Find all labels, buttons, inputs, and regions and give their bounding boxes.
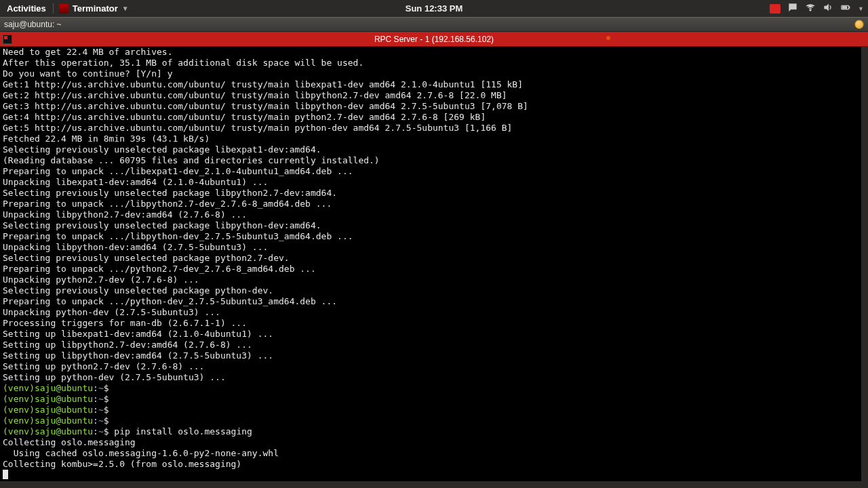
terminator-tab-bar[interactable]: RPC Server - 1 (192.168.56.102): [0, 32, 868, 47]
terminal-tab-title: RPC Server - 1 (192.168.56.102): [374, 35, 494, 44]
gnome-topbar: Activities Terminator ▼ Sun 12:33 PM ▼: [0, 0, 868, 17]
window-titlebar[interactable]: saju@ubuntu: ~: [0, 17, 868, 32]
terminator-split-icon[interactable]: [3, 35, 12, 44]
app-name-label: Terminator: [73, 3, 118, 14]
activities-button[interactable]: Activities: [0, 3, 53, 14]
wifi-icon[interactable]: [805, 2, 816, 15]
svg-rect-3: [842, 7, 847, 9]
terminal-output[interactable]: Need to get 22.4 MB of archives. After t…: [0, 47, 868, 488]
volume-icon[interactable]: [823, 2, 833, 15]
svg-point-0: [810, 9, 811, 11]
system-tray: ▼: [770, 2, 868, 15]
battery-icon[interactable]: [840, 2, 851, 15]
app-menu[interactable]: Terminator ▼: [53, 3, 134, 14]
window-title: saju@ubuntu: ~: [4, 20, 62, 29]
clock-label[interactable]: Sun 12:33 PM: [406, 3, 463, 14]
chat-icon[interactable]: [787, 2, 798, 15]
svg-rect-2: [849, 7, 850, 9]
chevron-down-icon: ▼: [122, 5, 129, 12]
terminator-app-icon: [59, 4, 68, 14]
activity-indicator-icon: [606, 36, 610, 40]
terminal-cursor: [3, 470, 8, 479]
window-close-button[interactable]: [854, 20, 864, 29]
screen-record-icon[interactable]: [770, 4, 781, 14]
system-menu-chevron-icon[interactable]: ▼: [858, 5, 864, 12]
